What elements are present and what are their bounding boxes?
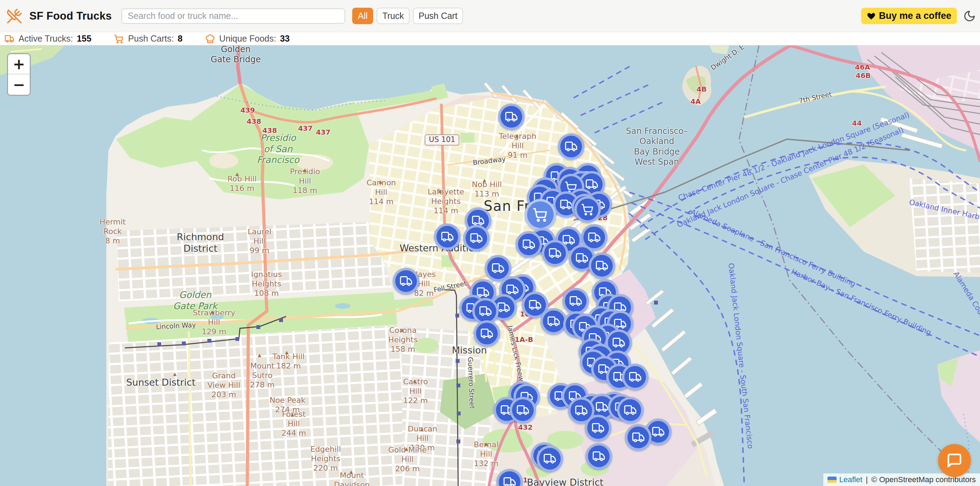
active-trucks-value: 155	[77, 33, 92, 44]
unique-foods-label: Unique Foods:	[219, 33, 276, 44]
search-input[interactable]	[121, 8, 345, 24]
active-trucks-label: Active Trucks:	[19, 33, 73, 44]
zoom-control: + −	[7, 53, 31, 96]
map-canvas[interactable]: Golden Gate BridgePresidio of San Franci…	[0, 46, 980, 486]
moon-icon[interactable]	[963, 10, 976, 22]
cart-icon	[114, 33, 124, 44]
truck-marker[interactable]	[474, 320, 500, 347]
zoom-in-button[interactable]: +	[8, 54, 30, 75]
stat-unique-foods: Unique Foods: 33	[205, 33, 290, 44]
heart-icon	[867, 11, 876, 21]
stat-active-trucks: Active Trucks: 155	[4, 33, 91, 44]
push-cart-marker[interactable]	[525, 199, 556, 230]
header: SF Food Trucks All Truck Push Cart Buy m…	[0, 0, 980, 32]
truck-icon	[4, 33, 15, 44]
stats-bar: Active Trucks: 155 Push Carts: 8 Unique …	[0, 32, 980, 46]
truck-marker[interactable]	[463, 225, 490, 251]
truck-marker[interactable]	[509, 397, 536, 423]
truck-marker[interactable]	[558, 133, 584, 160]
chat-bubble-icon	[947, 453, 963, 469]
chef-hat-icon	[205, 33, 215, 44]
truck-marker[interactable]	[625, 424, 652, 451]
ukraine-flag-icon	[827, 476, 837, 483]
truck-marker[interactable]	[536, 445, 563, 472]
filter-group: All Truck Push Cart	[352, 8, 463, 24]
truck-marker[interactable]	[622, 364, 648, 390]
sf-food-trucks-app: SF Food Trucks All Truck Push Cart Buy m…	[0, 0, 980, 486]
push-carts-value: 8	[178, 33, 183, 44]
truck-marker[interactable]	[617, 397, 644, 423]
truck-marker[interactable]	[585, 415, 611, 441]
attribution-separator: |	[866, 475, 868, 484]
truck-marker[interactable]	[434, 224, 461, 250]
filter-push-cart-button[interactable]: Push Cart	[413, 8, 463, 24]
unique-foods-value: 33	[280, 33, 290, 44]
utensils-crossed-icon	[6, 8, 22, 24]
filter-truck-button[interactable]: Truck	[377, 8, 410, 24]
truck-marker[interactable]	[542, 240, 568, 267]
truck-marker[interactable]	[393, 268, 419, 294]
filter-all-button[interactable]: All	[352, 8, 373, 24]
leaflet-link[interactable]: Leaflet	[839, 475, 862, 484]
truck-marker[interactable]	[585, 443, 612, 470]
truck-marker[interactable]	[498, 103, 525, 130]
truck-marker[interactable]	[540, 308, 567, 335]
buy-me-a-coffee-button[interactable]: Buy me a coffee	[861, 8, 957, 24]
feedback-chat-button[interactable]	[938, 444, 971, 477]
header-right: Buy me a coffee	[861, 8, 974, 24]
truck-marker[interactable]	[589, 253, 615, 279]
page-title: SF Food Trucks	[29, 10, 111, 22]
stat-push-carts: Push Carts: 8	[114, 33, 183, 44]
osm-attribution: © OpenStreetMap contributors	[871, 475, 976, 484]
coffee-label: Buy me a coffee	[879, 11, 951, 21]
push-cart-marker[interactable]	[574, 196, 601, 223]
push-carts-label: Push Carts:	[128, 33, 174, 44]
truck-marker[interactable]	[515, 231, 542, 258]
zoom-out-button[interactable]: −	[8, 75, 30, 95]
truck-marker[interactable]	[562, 288, 589, 314]
